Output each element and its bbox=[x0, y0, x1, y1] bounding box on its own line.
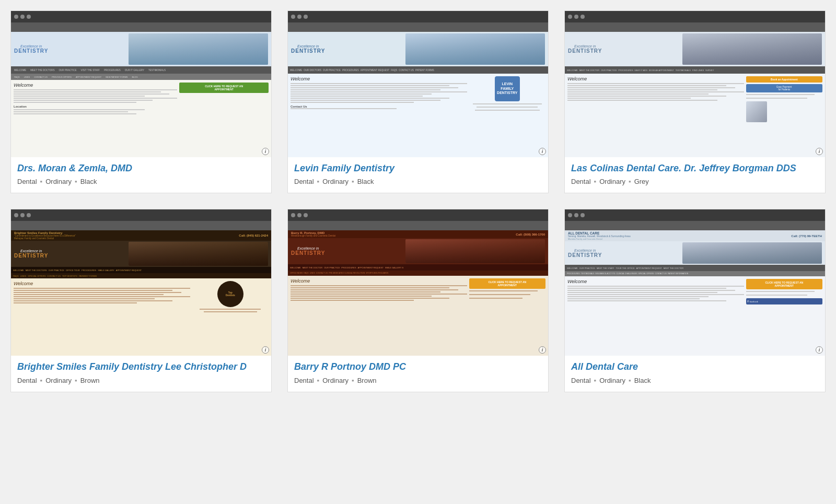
tag-style-6: Ordinary bbox=[599, 377, 625, 384]
tag-dental-1: Dental bbox=[17, 178, 37, 185]
tag-dental-4: Dental bbox=[17, 377, 37, 384]
tag-style-5: Ordinary bbox=[322, 377, 349, 384]
info-icon-1[interactable]: i bbox=[262, 148, 269, 155]
tag-dental-2: Dental bbox=[294, 178, 314, 185]
card-title-6[interactable]: All Dental Care bbox=[571, 361, 819, 373]
card-title-5[interactable]: Barry R Portnoy DMD PC bbox=[294, 361, 542, 373]
tag-color-5: Brown bbox=[357, 377, 377, 384]
thumbnail-1[interactable]: Excellence in DENTISTRY WELCOME MEET THE… bbox=[11, 11, 271, 157]
card-tags-3: Dental ▪ Ordinary ▪ Grey bbox=[571, 178, 819, 185]
card-tags-6: Dental ▪ Ordinary ▪ Black bbox=[571, 377, 819, 384]
thumbnail-5[interactable]: Barry R. Portnoy, DMD Westborough Family… bbox=[288, 209, 548, 356]
tag-dental-6: Dental bbox=[571, 377, 591, 384]
card-info-6: All Dental Care Dental ▪ Ordinary ▪ Blac… bbox=[565, 356, 825, 391]
card-3: Excellence in DENTISTRY WELCOME MEET THE… bbox=[564, 10, 826, 193]
tag-color-4: Brown bbox=[80, 377, 100, 384]
card-info-5: Barry R Portnoy DMD PC Dental ▪ Ordinary… bbox=[288, 356, 548, 391]
card-info-1: Drs. Moran & Zemla, DMD Dental ▪ Ordinar… bbox=[11, 157, 271, 193]
card-title-3[interactable]: Las Colinas Dental Care. Dr. Jeffrey Bor… bbox=[571, 162, 819, 174]
tag-style-3: Ordinary bbox=[599, 178, 625, 185]
card-2: Excellence in DENTISTRY WELCOME OUR DOCT… bbox=[287, 10, 549, 193]
tag-color-3: Grey bbox=[634, 178, 649, 185]
card-4: Brighter Smiles Family Dentistry "Commit… bbox=[10, 209, 272, 392]
card-title-1[interactable]: Drs. Moran & Zemla, DMD bbox=[17, 162, 265, 174]
card-1: Excellence in DENTISTRY WELCOME MEET THE… bbox=[10, 10, 272, 193]
card-tags-1: Dental ▪ Ordinary ▪ Black bbox=[17, 178, 265, 185]
tag-color-6: Black bbox=[634, 377, 651, 384]
tag-dental-3: Dental bbox=[571, 178, 591, 185]
card-6: ALL DENTAL CARE Serving: Marietta, Roswe… bbox=[564, 209, 826, 392]
card-tags-4: Dental ▪ Ordinary ▪ Brown bbox=[17, 377, 265, 384]
card-info-2: Levin Family Dentistry Dental ▪ Ordinary… bbox=[288, 157, 548, 193]
tag-color-1: Black bbox=[80, 178, 97, 185]
card-grid: Excellence in DENTISTRY WELCOME MEET THE… bbox=[10, 10, 826, 392]
tag-style-2: Ordinary bbox=[322, 178, 349, 185]
thumbnail-4[interactable]: Brighter Smiles Family Dentistry "Commit… bbox=[11, 209, 271, 356]
info-icon-2[interactable]: i bbox=[539, 148, 546, 155]
info-icon-3[interactable]: i bbox=[816, 148, 823, 155]
card-5: Barry R. Portnoy, DMD Westborough Family… bbox=[287, 209, 549, 392]
thumbnail-3[interactable]: Excellence in DENTISTRY WELCOME MEET THE… bbox=[565, 11, 825, 157]
card-info-4: Brighter Smiles Family Dentistry Lee Chr… bbox=[11, 356, 271, 391]
card-tags-5: Dental ▪ Ordinary ▪ Brown bbox=[294, 377, 542, 384]
tag-style-1: Ordinary bbox=[45, 178, 72, 185]
card-tags-2: Dental ▪ Ordinary ▪ Black bbox=[294, 178, 542, 185]
tag-color-2: Black bbox=[357, 178, 374, 185]
thumbnail-2[interactable]: Excellence in DENTISTRY WELCOME OUR DOCT… bbox=[288, 11, 548, 157]
thumbnail-6[interactable]: ALL DENTAL CARE Serving: Marietta, Roswe… bbox=[565, 209, 825, 356]
card-title-2[interactable]: Levin Family Dentistry bbox=[294, 162, 542, 174]
tag-dental-5: Dental bbox=[294, 377, 314, 384]
tag-style-4: Ordinary bbox=[45, 377, 72, 384]
card-info-3: Las Colinas Dental Care. Dr. Jeffrey Bor… bbox=[565, 157, 825, 193]
card-title-4[interactable]: Brighter Smiles Family Dentistry Lee Chr… bbox=[17, 361, 265, 373]
